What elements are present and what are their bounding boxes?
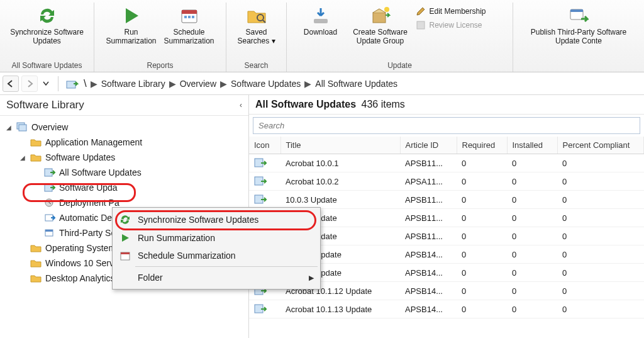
expander-icon[interactable]: ◢ [5,124,13,131]
download-button[interactable]: Download [296,3,345,39]
column-header[interactable]: Percent Compliant [557,137,644,154]
menu-item[interactable]: Synchronize Software Updates [114,210,319,229]
svg-point-9 [384,7,389,12]
cell-required: 0 [457,264,507,282]
cell-installed: 0 [507,191,557,209]
home-icon[interactable] [65,77,79,90]
review-license-button[interactable]: Review License [416,20,504,30]
sync-icon [36,5,58,26]
saved-searches-button[interactable]: Saved Searches ▾ [230,3,283,48]
cell-required: 0 [457,282,507,300]
chevron-right-icon: ▶ [304,79,311,89]
cell-installed: 0 [507,154,557,172]
ribbon-group-label [517,69,640,72]
expander-icon[interactable]: ◢ [19,154,26,161]
ribbon-group-reports: Run Summarization Schedule Summarization… [94,3,226,72]
review-license-label: Review License [430,21,482,30]
cell-compliant: 0 [557,154,644,172]
nav-bar: \ ▶ Software Library ▶ Overview ▶ Softwa… [0,72,644,95]
run-summarization-button[interactable]: Run Summarization [103,3,160,48]
cell-article: APSB14... [400,245,457,264]
schedule-summarization-button[interactable]: Schedule Summarization [160,3,218,48]
chevron-right-icon: ▶ [220,79,227,89]
table-row[interactable]: Acrobat 10.0.2APSA11...000 [249,172,644,191]
collapse-sidebar-button[interactable]: ‹ [240,101,242,110]
menu-item[interactable]: Run Summarization [114,229,319,247]
table-row[interactable]: Acrobat 10.0.1APSB11...000 [249,154,644,172]
cell-compliant: 0 [557,209,644,227]
crumb-item[interactable]: Software Updates [231,79,301,89]
tree-item-label: Overview [31,122,68,132]
search-input[interactable] [253,118,640,133]
table-header-row: IconTitleArticle IDRequiredInstalledPerc… [249,137,644,154]
sidebar-header: Software Library ‹ [0,95,248,116]
sync-updates-label: Synchronize Software Updates [4,28,90,45]
auto-icon [44,213,55,223]
ribbon: Synchronize Software Updates All Softwar… [0,0,644,72]
ribbon-group-label: All Software Updates [4,60,90,72]
svg-rect-15 [19,125,26,131]
menu-item[interactable]: Schedule Summarization [114,247,319,264]
sidebar-title: Software Library [6,99,84,111]
sync-icon [119,214,131,225]
svg-rect-13 [67,81,75,88]
content-count: 436 items [361,99,404,110]
column-header[interactable]: Article ID [400,137,457,154]
tree-item[interactable]: All Software Updates [0,165,248,180]
column-header[interactable]: Title [280,137,400,154]
svg-rect-1 [182,10,197,14]
back-button[interactable] [3,76,19,92]
thirdparty-icon [44,228,55,238]
cell-article: APSB14... [400,282,457,300]
svg-rect-8 [373,13,386,23]
svg-rect-3 [188,16,191,18]
table-row[interactable]: Acrobat 10.1.13 UpdateAPSB14...000 [249,300,644,318]
crumb-sep: \ [84,77,87,90]
cell-compliant: 0 [557,172,644,191]
crumb-item[interactable]: All Software Updates [315,79,397,89]
svg-rect-2 [184,16,187,18]
edit-membership-label: Edit Membership [430,7,486,16]
play-icon [119,233,131,243]
tree-item[interactable]: ◢Software Updates [0,150,248,165]
cell-installed: 0 [507,264,557,282]
tree-item[interactable]: Software Upda [0,180,248,195]
license-icon [416,20,426,30]
publish-thirdparty-button[interactable]: Publish Third-Party Software Update Cont… [528,3,629,48]
ribbon-group-sync: Synchronize Software Updates All Softwar… [0,3,94,72]
crumb-item[interactable]: Software Library [101,79,165,89]
cell-required: 0 [457,209,507,227]
tree-item[interactable]: ◢Overview [0,120,248,135]
column-header[interactable]: Required [457,137,507,154]
cell-installed: 0 [507,282,557,300]
menu-item[interactable]: Folder▶ [114,269,319,286]
content-title: All Software Updates [255,99,356,110]
svg-rect-12 [570,9,583,12]
tree-item-label: Software Upda [59,183,118,193]
create-update-group-button[interactable]: Create Software Update Group [345,3,416,48]
folder-search-icon [246,5,267,26]
update-icon [249,191,280,209]
edit-membership-button[interactable]: Edit Membership [416,6,504,16]
cell-article: APSA11... [400,172,457,191]
crumb-item[interactable]: Overview [180,79,216,89]
table-row[interactable]: 10.0.3 UpdateAPSB11...000 [249,191,644,209]
cell-installed: 0 [507,209,557,227]
cell-article: APSB11... [400,227,457,245]
folder-icon [30,137,42,147]
sync-updates-button[interactable]: Synchronize Software Updates [3,3,91,48]
updates-icon [44,183,55,193]
column-header[interactable]: Installed [507,137,557,154]
tree-item-label: Deployment Pa [59,198,119,208]
forward-button[interactable] [21,76,38,92]
cell-installed: 0 [507,245,557,264]
breadcrumb: \ ▶ Software Library ▶ Overview ▶ Softwa… [84,77,397,90]
column-header[interactable]: Icon [249,137,280,154]
cell-compliant: 0 [557,264,644,282]
svg-rect-21 [45,230,53,232]
folder-icon [30,258,42,268]
tree-item[interactable]: Application Management [0,135,248,150]
history-dropdown[interactable] [40,76,52,92]
calendar-icon [119,251,131,261]
cell-article: APSB11... [400,191,457,209]
